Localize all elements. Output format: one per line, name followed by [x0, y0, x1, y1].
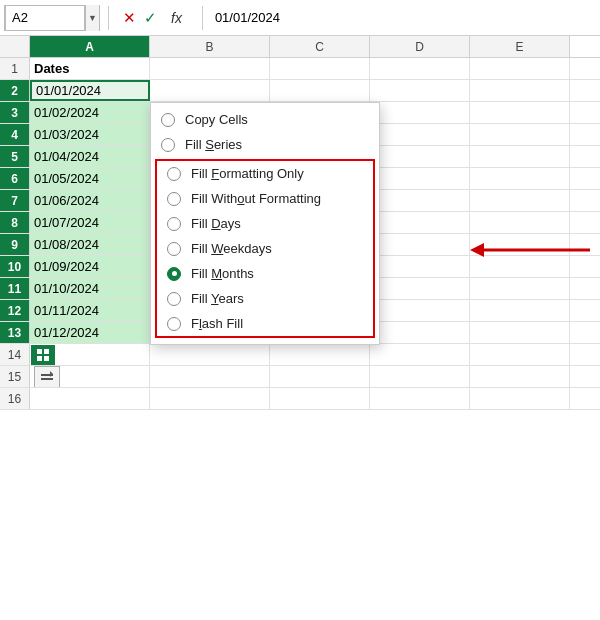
svg-marker-8: [470, 243, 484, 257]
cell-a11[interactable]: 01/10/2024: [30, 278, 150, 299]
cell-d7[interactable]: [370, 190, 470, 211]
formula-input[interactable]: [211, 5, 596, 31]
cell-d3[interactable]: [370, 102, 470, 123]
cell-a2[interactable]: 01/01/2024: [30, 80, 150, 101]
cell-a6[interactable]: 01/05/2024: [30, 168, 150, 189]
menu-item-fill-days[interactable]: Fill Days: [157, 211, 373, 236]
confirm-icon[interactable]: ✓: [144, 9, 157, 27]
table-row: 14: [0, 344, 600, 366]
cell-e14[interactable]: [470, 344, 570, 365]
grid-container: 1 Dates 2 01/01/2024 3 01/02/2024: [0, 58, 600, 410]
cell-a1[interactable]: Dates: [30, 58, 150, 79]
cell-reference-box[interactable]: A2: [5, 5, 85, 31]
svg-rect-2: [37, 356, 42, 361]
menu-item-fill-months[interactable]: Fill Months: [157, 261, 373, 286]
col-header-d[interactable]: D: [370, 36, 470, 57]
cell-e16[interactable]: [470, 388, 570, 409]
svg-rect-5: [41, 378, 53, 380]
cell-c15[interactable]: [270, 366, 370, 387]
cell-e12[interactable]: [470, 300, 570, 321]
menu-item-flash-fill[interactable]: Flash Fill: [157, 311, 373, 336]
col-header-b[interactable]: B: [150, 36, 270, 57]
cell-a4[interactable]: 01/03/2024: [30, 124, 150, 145]
cell-a14[interactable]: [30, 344, 150, 365]
cell-c1[interactable]: [270, 58, 370, 79]
cell-e1[interactable]: [470, 58, 570, 79]
cell-e4[interactable]: [470, 124, 570, 145]
cell-a13[interactable]: 01/12/2024: [30, 322, 150, 343]
menu-item-fill-series[interactable]: Fill Series: [151, 132, 379, 157]
cell-d1[interactable]: [370, 58, 470, 79]
cell-e5[interactable]: [470, 146, 570, 167]
cell-d5[interactable]: [370, 146, 470, 167]
cell-b16[interactable]: [150, 388, 270, 409]
cell-e13[interactable]: [470, 322, 570, 343]
cell-c16[interactable]: [270, 388, 370, 409]
cell-d6[interactable]: [370, 168, 470, 189]
cell-d11[interactable]: [370, 278, 470, 299]
red-border-menu-group: Fill Formatting Only Fill Without Format…: [155, 159, 375, 338]
cell-b15[interactable]: [150, 366, 270, 387]
cell-b1[interactable]: [150, 58, 270, 79]
cell-d14[interactable]: [370, 344, 470, 365]
cell-d16[interactable]: [370, 388, 470, 409]
cell-e2[interactable]: [470, 80, 570, 101]
menu-label-fill-weekdays: Fill Weekdays: [191, 241, 272, 256]
cell-d4[interactable]: [370, 124, 470, 145]
cell-a3[interactable]: 01/02/2024: [30, 102, 150, 123]
col-header-c[interactable]: C: [270, 36, 370, 57]
row-number: 1: [0, 58, 30, 79]
menu-label-copy-cells: Copy Cells: [185, 112, 248, 127]
row-number-active: 2: [0, 80, 30, 101]
fill-options-button[interactable]: [34, 366, 60, 387]
cell-d10[interactable]: [370, 256, 470, 277]
cell-d12[interactable]: [370, 300, 470, 321]
table-row: 2 01/01/2024: [0, 80, 600, 102]
cancel-icon[interactable]: ✕: [123, 9, 136, 27]
cell-a7[interactable]: 01/06/2024: [30, 190, 150, 211]
col-header-a[interactable]: A: [30, 36, 150, 57]
row-number: 16: [0, 388, 30, 409]
menu-item-fill-weekdays[interactable]: Fill Weekdays: [157, 236, 373, 261]
cell-c2[interactable]: [270, 80, 370, 101]
fill-options-icon: [40, 370, 54, 384]
cell-ref-value: A2: [12, 10, 28, 25]
cell-d15[interactable]: [370, 366, 470, 387]
cell-a15[interactable]: [30, 366, 150, 387]
menu-label-fill-formatting: Fill Formatting Only: [191, 166, 304, 181]
menu-item-copy-cells[interactable]: Copy Cells: [151, 107, 379, 132]
row-number: 7: [0, 190, 30, 211]
cell-e3[interactable]: [470, 102, 570, 123]
cell-a16[interactable]: [30, 388, 150, 409]
radio-fill-weekdays: [167, 242, 181, 256]
dropdown-arrow-icon: ▼: [88, 13, 97, 23]
svg-marker-6: [50, 371, 53, 377]
cell-a9[interactable]: 01/08/2024: [30, 234, 150, 255]
cell-a10[interactable]: 01/09/2024: [30, 256, 150, 277]
cell-c14[interactable]: [270, 344, 370, 365]
menu-item-fill-formatting-only[interactable]: Fill Formatting Only: [157, 161, 373, 186]
cell-b2[interactable]: [150, 80, 270, 101]
cell-e11[interactable]: [470, 278, 570, 299]
cell-d2[interactable]: [370, 80, 470, 101]
cell-e8[interactable]: [470, 212, 570, 233]
cell-d13[interactable]: [370, 322, 470, 343]
svg-rect-1: [44, 349, 49, 354]
menu-item-fill-years[interactable]: Fill Years: [157, 286, 373, 311]
cell-e15[interactable]: [470, 366, 570, 387]
cell-e7[interactable]: [470, 190, 570, 211]
formula-bar: A2 ▼ ✕ ✓ fx: [0, 0, 600, 36]
cell-ref-dropdown[interactable]: ▼: [85, 5, 99, 31]
cell-e6[interactable]: [470, 168, 570, 189]
col-header-e[interactable]: E: [470, 36, 570, 57]
cell-a8[interactable]: 01/07/2024: [30, 212, 150, 233]
cell-d8[interactable]: [370, 212, 470, 233]
formula-icons: ✕ ✓ fx: [117, 9, 194, 27]
cell-a12[interactable]: 01/11/2024: [30, 300, 150, 321]
row-number: 10: [0, 256, 30, 277]
cell-a5[interactable]: 01/04/2024: [30, 146, 150, 167]
autofill-button[interactable]: [30, 344, 56, 365]
cell-d9[interactable]: [370, 234, 470, 255]
cell-b14[interactable]: [150, 344, 270, 365]
menu-item-fill-without-formatting[interactable]: Fill Without Formatting: [157, 186, 373, 211]
